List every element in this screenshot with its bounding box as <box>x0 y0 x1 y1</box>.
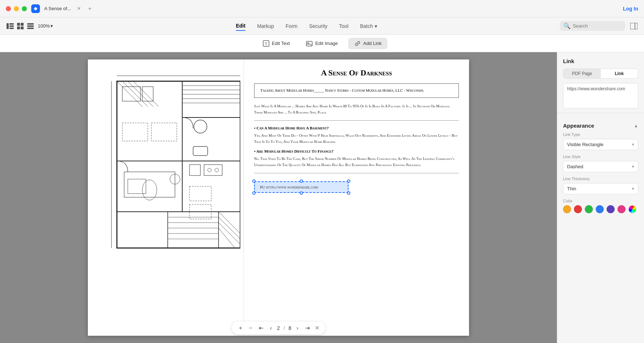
handle-br[interactable] <box>347 191 350 195</box>
line-thickness-select[interactable]: Thin ▾ <box>563 183 638 194</box>
main-area: A Sense Of Darkness Talking About Modula… <box>0 52 644 343</box>
view-toggle-group <box>6 22 35 30</box>
minimize-window-button[interactable] <box>14 6 19 11</box>
add-tab-button[interactable]: + <box>88 5 91 12</box>
pdf-section1-body: Yes, And Most Of Them Do – Often With 9'… <box>254 132 459 145</box>
color-swatch-green[interactable] <box>585 205 593 213</box>
tab-link[interactable]: Link <box>601 69 638 78</box>
pdf-area[interactable]: A Sense Of Darkness Talking About Modula… <box>0 52 557 343</box>
link-type-select[interactable]: Visible Rectangle ▾ <box>563 139 638 150</box>
link-url-display: https://www.wondershare.com/ <box>266 185 318 189</box>
url-value: https://www.wondershare.com <box>567 86 625 91</box>
batch-chevron-icon: ▾ <box>375 23 377 29</box>
svg-rect-49 <box>189 186 211 201</box>
svg-rect-43 <box>189 165 200 175</box>
link-type-label: Link Type <box>557 132 644 137</box>
zoom-out-button[interactable]: − <box>247 324 253 332</box>
nav-form[interactable]: Form <box>286 22 298 30</box>
nav-edit[interactable]: Edit <box>236 21 245 31</box>
nav-security[interactable]: Security <box>309 22 327 30</box>
add-link-button[interactable]: Add Link <box>348 38 388 49</box>
first-page-button[interactable]: ⇤ <box>257 324 265 332</box>
panel-toggle-button[interactable] <box>629 22 638 30</box>
close-nav-button[interactable]: ✕ <box>315 325 319 331</box>
svg-rect-4 <box>9 28 14 29</box>
last-page-button[interactable]: ⇥ <box>303 324 311 332</box>
svg-rect-36 <box>142 87 153 101</box>
edit-image-label: Edit Image <box>315 41 338 46</box>
tab-close-button[interactable]: ✕ <box>77 6 81 11</box>
handle-tr[interactable] <box>347 179 350 183</box>
appearance-header[interactable]: Appearance ▲ <box>557 117 644 132</box>
sidebar-toggle-button[interactable] <box>6 22 15 30</box>
maximize-window-button[interactable] <box>22 6 27 11</box>
url-input[interactable]: https://www.wondershare.com <box>563 83 638 108</box>
svg-rect-8 <box>21 26 24 29</box>
svg-rect-16 <box>306 41 312 46</box>
add-link-label: Add Link <box>363 41 382 46</box>
current-page: 2 <box>277 325 280 331</box>
right-panel: Link PDF Page Link https://www.wondersha… <box>557 52 644 343</box>
handle-bc[interactable] <box>300 191 303 195</box>
next-page-button[interactable]: › <box>295 324 300 332</box>
svg-rect-40 <box>128 179 146 194</box>
zoom-in-button[interactable]: + <box>237 324 244 332</box>
line-style-label: Line Style <box>557 154 644 159</box>
zoom-control[interactable]: 100% ▾ <box>38 23 53 29</box>
search-input[interactable] <box>573 23 624 29</box>
handle-bl[interactable] <box>252 191 256 195</box>
svg-rect-48 <box>151 123 177 141</box>
svg-line-58 <box>219 217 240 239</box>
edit-text-button[interactable]: T Edit Text <box>257 38 296 49</box>
line-style-select[interactable]: Dashed ▾ <box>563 161 638 172</box>
handle-tc[interactable] <box>300 179 303 183</box>
svg-rect-47 <box>122 123 148 141</box>
svg-rect-10 <box>27 25 34 27</box>
zoom-value: 100% <box>38 23 50 29</box>
app-icon <box>31 4 40 13</box>
svg-rect-1 <box>7 23 9 29</box>
color-swatch-red[interactable] <box>574 205 582 213</box>
floorplan-svg <box>95 67 240 255</box>
color-swatch-rainbow[interactable] <box>628 205 636 213</box>
color-row <box>557 205 644 218</box>
list-view-button[interactable] <box>26 22 35 30</box>
pdf-divider-1 <box>254 120 459 121</box>
link-section: Link PDF Page Link https://www.wondersha… <box>557 52 644 108</box>
svg-rect-6 <box>21 23 24 26</box>
svg-rect-44 <box>204 165 222 175</box>
svg-rect-35 <box>122 87 140 101</box>
edit-image-button[interactable]: Edit Image <box>300 38 343 49</box>
svg-rect-19 <box>117 81 182 161</box>
close-window-button[interactable] <box>6 6 11 11</box>
image-icon <box>306 40 313 47</box>
svg-line-59 <box>219 223 240 244</box>
login-button[interactable]: Log In <box>623 6 638 12</box>
nav-tool[interactable]: Tool <box>339 22 349 30</box>
link-selection-area[interactable]: PU https://www.wondershare.com/ <box>254 181 349 193</box>
toolbar-right: 🔍 <box>560 21 638 31</box>
nav-markup[interactable]: Markup <box>257 22 274 30</box>
color-label: Color <box>557 199 644 203</box>
svg-rect-2 <box>9 23 14 25</box>
color-swatch-blue[interactable] <box>596 205 604 213</box>
prev-page-button[interactable]: ‹ <box>269 324 273 332</box>
tab-pdf-page[interactable]: PDF Page <box>563 69 601 78</box>
line-style-value: Dashed <box>567 164 583 169</box>
titlebar: A Sense of... ✕ + Log In <box>0 0 644 17</box>
color-swatch-purple[interactable] <box>607 205 615 213</box>
nav-batch[interactable]: Batch ▾ <box>360 22 377 30</box>
search-box[interactable]: 🔍 <box>560 21 625 31</box>
link-tab-row: PDF Page Link <box>563 69 638 79</box>
svg-rect-7 <box>17 26 20 29</box>
text-icon: T <box>262 40 270 47</box>
grid-view-button[interactable] <box>16 22 25 30</box>
pdf-section2-title: Are Modular Homes Difficult To Finance? <box>254 149 459 153</box>
link-type-arrow-icon: ▾ <box>632 142 634 147</box>
handle-tl[interactable] <box>252 179 256 183</box>
pdf-subtitle-text: Talking About Modular Homes_____ Nancy S… <box>260 88 424 92</box>
color-swatch-pink[interactable] <box>617 205 625 213</box>
pdf-page-right: A Sense Of Darkness Talking About Modula… <box>244 59 469 336</box>
svg-line-31 <box>117 81 142 107</box>
color-swatch-yellow[interactable] <box>563 205 571 213</box>
